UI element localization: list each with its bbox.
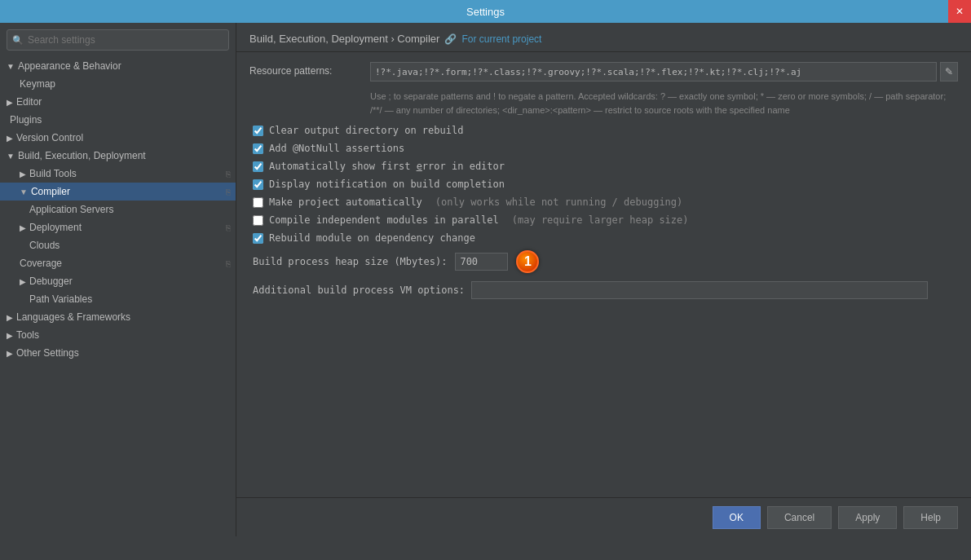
expand-arrow: ▶ [7,98,13,107]
expand-arrow: ▶ [7,134,13,143]
checkbox-rebuild-module: Rebuild module on dependency change [249,232,958,244]
vm-options-label: Additional build process VM options: [253,284,465,296]
sidebar-item-debugger[interactable]: ▶ Debugger [0,272,236,290]
expand-arrow: ▼ [7,152,15,161]
sidebar-item-deployment[interactable]: ▶ Deployment ⎘ [0,218,236,236]
expand-arrow: ▶ [20,170,26,179]
content-area: Build, Execution, Deployment › Compiler … [236,23,971,497]
checkbox-clear-output: Clear output directory on rebuild [249,125,958,136]
checkbox-make-project: Make project automatically (only works w… [249,196,958,208]
sidebar-item-plugins[interactable]: Plugins [0,111,236,129]
sidebar-item-application-servers[interactable]: Application Servers [0,201,236,218]
checkbox-not-null: Add @NotNull assertions [249,143,958,154]
display-notification-checkbox[interactable] [253,179,263,190]
checkbox-compile-independent: Compile independent modules in parallel … [249,214,958,226]
show-error-label: Automatically show first error in editor [269,161,505,172]
sidebar-item-label: Application Servers [29,204,113,215]
sidebar-item-label: Coverage [20,258,62,269]
for-current-project: For current project [461,33,541,45]
rebuild-module-checkbox[interactable] [253,233,263,244]
make-project-checkbox[interactable] [253,197,263,208]
ok-button[interactable]: OK [713,506,761,529]
sidebar-item-keymap[interactable]: Keymap [0,75,236,93]
compile-independent-note: (may require larger heap size) [512,214,689,226]
sidebar-item-label: Build Tools [29,168,77,179]
search-box[interactable]: 🔍 [7,29,229,51]
clear-output-checkbox[interactable] [253,126,263,136]
resource-patterns-input-wrap: ✎ [370,62,958,82]
sidebar-item-label: Debugger [29,276,73,287]
sidebar-item-compiler[interactable]: ▼ Compiler ⎘ [0,183,236,201]
content-header: Build, Execution, Deployment › Compiler … [236,23,971,52]
display-notification-label: Display notification on build completion [269,179,505,190]
content-body: Resource patterns: ✎ Use ; to separate p… [236,52,971,497]
sidebar-item-label: Deployment [29,222,82,233]
heap-size-input[interactable] [455,253,508,271]
expand-arrow: ▶ [20,223,26,232]
cancel-button[interactable]: Cancel [767,506,832,529]
sidebar-item-label: Plugins [10,114,42,126]
copy-icon-deployment[interactable]: ⎘ [224,223,232,233]
copy-icon-compiler[interactable]: ⎘ [224,187,232,197]
sidebar-item-build-execution-deployment[interactable]: ▼ Build, Execution, Deployment [0,147,236,165]
bottom-bar: OK Cancel Apply Help [236,497,971,536]
help-button[interactable]: Help [903,506,958,529]
resource-patterns-label: Resource patterns: [249,62,364,77]
checkbox-show-error: Automatically show first error in editor [249,161,958,172]
resource-patterns-help: Use ; to separate patterns and ! to nega… [249,90,958,117]
sidebar-item-clouds[interactable]: Clouds [0,236,236,254]
sidebar-item-languages-frameworks[interactable]: ▶ Languages & Frameworks [0,308,236,326]
sidebar-item-editor[interactable]: ▶ Editor [0,93,236,111]
expand-arrow: ▶ [7,349,13,358]
breadcrumb: Build, Execution, Deployment › Compiler [249,33,439,45]
link-icon: 🔗 [444,33,457,45]
sidebar-item-label: Clouds [29,240,60,251]
sidebar-item-path-variables[interactable]: Path Variables [0,290,236,308]
rebuild-module-label: Rebuild module on dependency change [269,232,475,244]
expand-arrow: ▼ [7,62,15,71]
vm-options-input[interactable] [471,281,928,299]
apply-button[interactable]: Apply [838,506,897,529]
sidebar-item-label: Other Settings [16,347,79,359]
sidebar: 🔍 ▼ Appearance & Behavior Keymap ▶ Edito… [0,23,236,536]
sidebar-item-label: Version Control [16,132,83,143]
sidebar-item-label: Build, Execution, Deployment [18,150,146,161]
sidebar-item-label: Path Variables [29,293,92,305]
sidebar-item-label: Appearance & Behavior [18,60,121,72]
clear-output-label: Clear output directory on rebuild [269,125,463,136]
compile-independent-label: Compile independent modules in parallel [269,214,499,226]
close-button[interactable]: ✕ [948,0,971,23]
badge-1: 1 [516,250,539,273]
sidebar-item-label: Editor [16,96,42,108]
resource-patterns-input[interactable] [370,62,937,82]
sidebar-item-appearance-behavior[interactable]: ▼ Appearance & Behavior [0,57,236,75]
search-input[interactable] [28,34,223,46]
sidebar-item-build-tools[interactable]: ▶ Build Tools ⎘ [0,165,236,183]
sidebar-item-label: Languages & Frameworks [16,311,130,323]
sidebar-item-version-control[interactable]: ▶ Version Control [0,129,236,147]
make-project-label: Make project automatically [269,196,422,208]
copy-icon-coverage[interactable]: ⎘ [224,258,232,269]
sidebar-item-label: Compiler [31,186,70,197]
compile-independent-checkbox[interactable] [253,215,263,226]
title-bar: Settings ✕ [0,0,971,23]
not-null-label: Add @NotNull assertions [269,143,404,154]
copy-icon[interactable]: ⎘ [224,169,232,179]
sidebar-item-tools[interactable]: ▶ Tools [0,326,236,344]
resource-patterns-edit-button[interactable]: ✎ [940,62,958,82]
expand-arrow: ▼ [20,187,28,196]
resource-patterns-row: Resource patterns: ✎ [249,62,958,82]
expand-arrow: ▶ [7,331,13,340]
show-first-error-checkbox[interactable] [253,161,263,172]
sidebar-item-coverage[interactable]: Coverage ⎘ [0,254,236,272]
make-project-note: (only works while not running / debuggin… [435,196,682,208]
vm-options-row: Additional build process VM options: [249,281,958,299]
sidebar-item-other-settings[interactable]: ▶ Other Settings [0,344,236,362]
window-title: Settings [466,6,505,18]
sidebar-item-label: Keymap [20,78,55,90]
heap-size-label: Build process heap size (Mbytes): [253,256,447,267]
expand-arrow: ▶ [20,277,26,286]
search-icon: 🔍 [12,35,24,46]
checkbox-display-notification: Display notification on build completion [249,179,958,190]
not-null-checkbox[interactable] [253,143,263,154]
